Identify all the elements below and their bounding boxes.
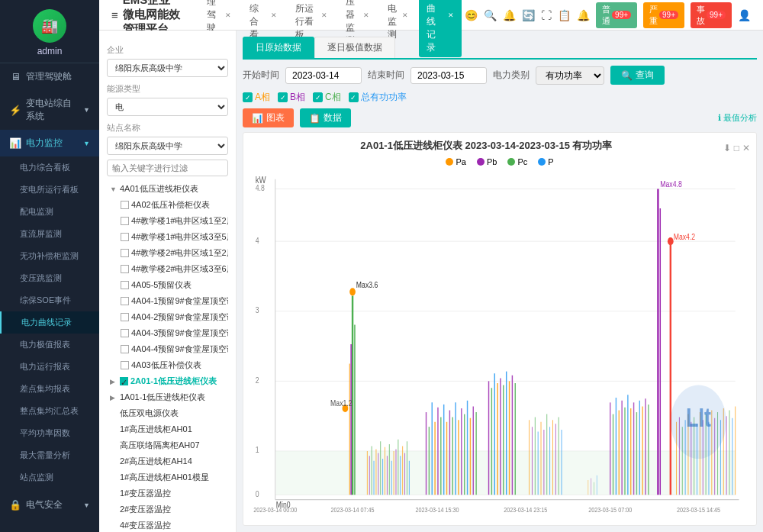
tree-checkbox[interactable]: [121, 265, 129, 273]
tree-item-4-1-2[interactable]: 4#教学楼1#电井区域3至5层动力仪表: [118, 229, 228, 245]
tree-checkbox[interactable]: [121, 297, 129, 305]
cb-B-phase[interactable]: ✓ B相: [278, 91, 305, 104]
refresh-icon[interactable]: 🔄: [522, 9, 535, 21]
sidebar-item-power-monitor[interactable]: 📊 电力监控 ▼: [0, 130, 99, 156]
smiley-icon[interactable]: 😊: [465, 9, 478, 21]
tab-extreme-data[interactable]: 逐日极值数据: [314, 37, 395, 58]
sidebar-item-max-demand[interactable]: 最大需量分析: [0, 444, 99, 466]
tree-item-high-tie[interactable]: 高压联络隔离柜AH07: [107, 437, 228, 453]
fullscreen-icon[interactable]: ⛶: [541, 9, 552, 21]
tree-item-4-1-1[interactable]: 4#教学楼1#电井区域1至2层动力仪表: [118, 213, 228, 229]
tree-checkbox[interactable]: [121, 201, 129, 209]
cb-C-phase[interactable]: ✓ C相: [313, 91, 341, 104]
station-select[interactable]: 绵阳东辰高级中学: [107, 137, 228, 155]
sidebar-item-substation-run[interactable]: 变电所运行看板: [0, 179, 99, 201]
sidebar-item-reactive[interactable]: 无功补偿柜监测: [0, 245, 99, 267]
energy-select[interactable]: 电: [107, 98, 228, 116]
tree-item-4-2-2[interactable]: 4#教学楼2#电井区域3至6层动力仪表: [118, 261, 228, 277]
sidebar-item-power-overview[interactable]: 电力综合看板: [0, 156, 99, 179]
chart-title: 2A01-1低压进线柜仪表 2023-03-14-2023-03-15 有功功率: [250, 139, 723, 153]
tree-checkbox[interactable]: [121, 217, 129, 225]
tree-item-transformer2[interactable]: 2#变压器温控: [107, 501, 228, 517]
tree-checkbox-checked[interactable]: ✓: [120, 377, 128, 385]
tree-item-4A01[interactable]: ▼ 4A01低压进线柜仪表: [107, 181, 228, 197]
start-time-input[interactable]: [285, 67, 362, 84]
sidebar-item-distribution[interactable]: 配电监测: [0, 201, 99, 223]
sidebar-item-dc-monitor[interactable]: 直流屏监测: [0, 223, 99, 245]
close-icon[interactable]: ✕: [363, 11, 369, 19]
sidebar-item-power-extreme[interactable]: 电力极值报表: [0, 334, 99, 356]
download-icon[interactable]: ⬇: [723, 143, 731, 153]
clipboard-icon[interactable]: 📋: [558, 9, 571, 21]
company-select[interactable]: 绵阳东辰高级中学: [107, 59, 228, 77]
cb-total-label: 总有功功率: [361, 91, 407, 104]
cb-C-box[interactable]: ✓: [313, 92, 323, 102]
tree-item-4A04-1[interactable]: 4A04-1预留9#食堂屋顶空调机组仪表: [118, 293, 228, 309]
cb-B-box[interactable]: ✓: [278, 92, 288, 102]
tree-item-transformer4[interactable]: 4#变压器温控: [107, 517, 228, 532]
sidebar-item-station-monitor[interactable]: 站点监测: [0, 466, 99, 488]
search-icon[interactable]: 🔍: [484, 9, 497, 21]
tree-checkbox[interactable]: [121, 329, 129, 337]
close-icon[interactable]: ✕: [402, 11, 408, 19]
tree-item-4A04-4[interactable]: 4A04-4预留9#食堂屋顶空调机组仪表: [118, 341, 228, 357]
serious-badge[interactable]: 严重 99+: [643, 2, 684, 28]
tree-item-4A02[interactable]: 4A02低压补偿柜仪表: [118, 197, 228, 213]
user-icon[interactable]: 👤: [738, 9, 751, 21]
sidebar-item-driving[interactable]: 🖥 管理驾驶舱: [0, 63, 99, 90]
substation-icon: ⚡: [9, 105, 21, 116]
tree-search-input[interactable]: [107, 160, 228, 176]
query-button[interactable]: 🔍 查询: [610, 66, 665, 85]
tree-item-4A05[interactable]: 4A05-5预留仪表: [118, 277, 228, 293]
tree-item-double-power[interactable]: 低压双电源仪表: [107, 405, 228, 421]
tree-item-2A01-1[interactable]: ▶ ✓ 2A01-1低压进线柜仪表: [107, 373, 228, 389]
end-time-input[interactable]: [410, 67, 487, 84]
menu-icon[interactable]: ≡: [111, 8, 118, 21]
sidebar-item-avg-power-factor[interactable]: 平均功率因数: [0, 422, 99, 444]
bell2-icon[interactable]: 🔔: [577, 9, 590, 21]
close-icon[interactable]: ✕: [225, 11, 231, 19]
trend-analysis-link[interactable]: ℹ 最值分析: [718, 112, 757, 124]
tree-item-high1-alarm[interactable]: 1#高压进线柜AH01模显: [107, 469, 228, 485]
tree-item-4A04-2[interactable]: 4A04-2预留9#食堂屋顶空调机组仪表: [118, 309, 228, 325]
sidebar-item-substation[interactable]: ⚡ 变电站综自系统 ▼: [0, 90, 99, 130]
tree-item-1A01-1[interactable]: ▶ 1A01-1低压进线柜仪表: [107, 389, 228, 405]
tree-checkbox[interactable]: [121, 249, 129, 257]
close-chart-icon[interactable]: ✕: [742, 143, 750, 153]
expand-icon[interactable]: □: [734, 143, 739, 153]
tree-checkbox[interactable]: [121, 233, 129, 241]
cb-total-power[interactable]: ✓ 总有功功率: [349, 91, 407, 104]
close-icon[interactable]: ✕: [448, 11, 454, 19]
tab-raw-data[interactable]: 日原始数据: [243, 37, 314, 58]
tree-checkbox[interactable]: [121, 313, 129, 321]
tree-item-4A04-3[interactable]: 4A04-3预留9#食堂屋顶空调机组仪表: [118, 325, 228, 341]
normal-badge[interactable]: 普通 99+: [596, 2, 637, 28]
sidebar-item-power-run-report[interactable]: 电力运行报表: [0, 356, 99, 378]
cb-total-box[interactable]: ✓: [349, 92, 359, 102]
tree-checkbox[interactable]: [121, 345, 129, 353]
tree-item-transformer1[interactable]: 1#变压器温控: [107, 485, 228, 501]
tree-checkbox[interactable]: [121, 361, 129, 369]
tree-item-label: 1#高压进线柜AH01: [120, 424, 192, 435]
sidebar-item-transformer[interactable]: 变压跳监测: [0, 267, 99, 289]
tree-item-4-2-1[interactable]: 4#教学楼2#电井区域1至2层动力仪表: [118, 245, 228, 261]
sidebar-item-spot-summary[interactable]: 整点集均汇总表: [0, 400, 99, 422]
type-select[interactable]: 有功功率: [536, 66, 604, 85]
sidebar-item-soe[interactable]: 综保SOE事件: [0, 289, 99, 311]
sidebar-item-electrical-safety[interactable]: 🔒 电气安全 ▼: [0, 492, 99, 518]
sidebar-item-power-curve[interactable]: 电力曲线记录: [0, 311, 99, 334]
bell-icon[interactable]: 🔔: [503, 9, 516, 21]
tree-item-high2[interactable]: 2#高压进线柜AH14: [107, 453, 228, 469]
download-data-button[interactable]: 📋 数据: [300, 108, 351, 127]
close-icon[interactable]: ✕: [271, 11, 277, 19]
fault-badge[interactable]: 事故 99+: [691, 2, 732, 28]
download-chart-button[interactable]: 📊 图表: [243, 108, 294, 127]
cb-A-box[interactable]: ✓: [243, 92, 253, 102]
sidebar-item-spot-report[interactable]: 差点集均报表: [0, 378, 99, 400]
tree-item-4A03[interactable]: 4A03低压补偿仪表: [118, 357, 228, 373]
tree-item-high1[interactable]: 1#高压进线柜AH01: [107, 421, 228, 437]
cb-A-phase[interactable]: ✓ A相: [243, 91, 270, 104]
tree-checkbox[interactable]: [121, 281, 129, 289]
legend-label-Pa: Pa: [456, 157, 465, 166]
close-icon[interactable]: ✕: [321, 11, 327, 19]
